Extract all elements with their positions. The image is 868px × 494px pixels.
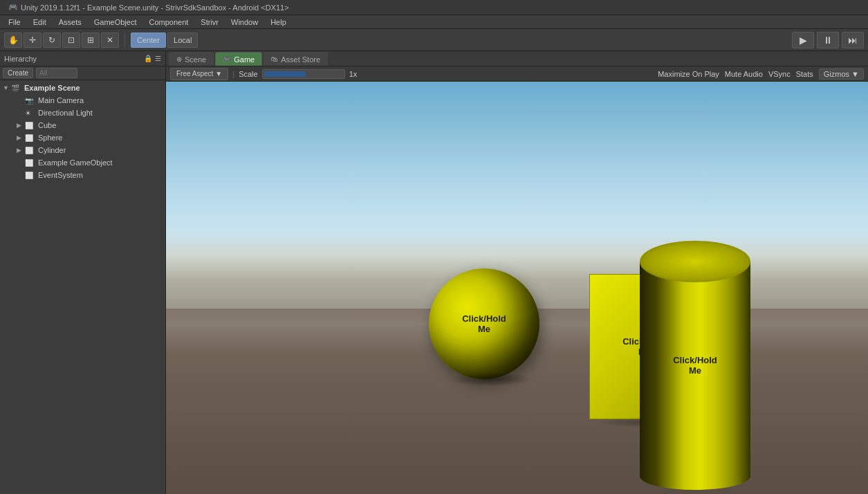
cylinder-label: Click/Hold Me xyxy=(667,355,723,376)
rotate-tool[interactable]: ↻ xyxy=(43,33,61,48)
cylinder-icon: ⬜ xyxy=(25,147,36,154)
aspect-button[interactable]: Free Aspect ▼ xyxy=(170,68,228,80)
hierarchy-item-eventsystem[interactable]: ⬜ EventSystem xyxy=(0,169,165,181)
hierarchy-content: ▼ 🎬 Example Scene 📷 Main Camera ☀ Direct… xyxy=(0,80,165,494)
create-button[interactable]: Create xyxy=(3,68,33,78)
cylinder-top xyxy=(640,241,750,282)
pivot-group: Center Local xyxy=(131,33,198,48)
camera-icon: 📷 xyxy=(25,97,36,104)
gizmos-button[interactable]: Gizmos ▼ xyxy=(819,68,864,80)
tab-bar: ⊕ Scene 🎮 Game 🛍 Asset Store xyxy=(166,51,868,66)
content-area: ⊕ Scene 🎮 Game 🛍 Asset Store Free Aspect… xyxy=(166,51,868,494)
sphere-label: Click/Hold Me xyxy=(456,313,512,334)
menu-strivr[interactable]: Strivr xyxy=(195,17,224,28)
scale-value: 1x xyxy=(349,70,358,78)
tab-scene[interactable]: ⊕ Scene xyxy=(169,52,214,66)
scene-arrow: ▼ xyxy=(3,84,11,91)
arrow-sphere: ▶ xyxy=(17,134,25,141)
move-tool[interactable]: ✛ xyxy=(24,33,41,48)
game-toolbar: Free Aspect ▼ | Scale 1x Maximize On Pla… xyxy=(166,66,868,82)
transform-tools: ✋ ✛ ↻ ⊡ ⊞ ✕ xyxy=(4,33,119,48)
menu-component[interactable]: Component xyxy=(143,17,194,28)
toolbar-sep-1: | xyxy=(232,70,234,78)
tab-asset-store[interactable]: 🛍 Asset Store xyxy=(264,52,328,66)
hierarchy-menu-icon[interactable]: ☰ xyxy=(155,55,161,62)
arrow-cube: ▶ xyxy=(17,122,25,129)
toolbar-separator-1 xyxy=(124,33,125,47)
menu-assets[interactable]: Assets xyxy=(53,17,87,28)
asset-store-tab-icon: 🛍 xyxy=(271,55,278,63)
item-directional-light-label: Directional Light xyxy=(38,109,93,117)
scene-tab-icon: ⊕ xyxy=(176,55,182,63)
menu-help[interactable]: Help xyxy=(265,17,292,28)
local-button[interactable]: Local xyxy=(167,33,198,48)
item-sphere-label: Sphere xyxy=(38,134,62,142)
main-layout: Hierarchy 🔒 ☰ Create ▼ 🎬 Example Scene 📷… xyxy=(0,51,868,494)
hierarchy-item-directional-light[interactable]: ☀ Directional Light xyxy=(0,107,165,119)
asset-store-tab-label: Asset Store xyxy=(281,55,320,64)
cylinder-object[interactable]: Click/Hold Me xyxy=(640,241,750,490)
es-icon: ⬜ xyxy=(25,172,36,179)
hierarchy-header: Hierarchy 🔒 ☰ xyxy=(0,51,165,66)
scene-tab-label: Scene xyxy=(185,55,206,64)
scale-label: Scale xyxy=(239,70,258,78)
rect-tool[interactable]: ⊞ xyxy=(82,33,100,48)
scale-slider[interactable] xyxy=(262,69,345,79)
game-viewport[interactable]: Click/Hold Me Click/Hold Me Click/Hold M… xyxy=(166,82,868,494)
hierarchy-toolbar: Create xyxy=(0,66,165,80)
item-cube-label: Cube xyxy=(38,121,56,129)
aspect-label: Free Aspect xyxy=(176,70,213,77)
scale-tool[interactable]: ⊡ xyxy=(62,33,80,48)
lock-icon[interactable]: 🔒 xyxy=(144,55,152,62)
sphere-object[interactable]: Click/Hold Me xyxy=(429,268,539,379)
light-icon: ☀ xyxy=(25,109,36,117)
hierarchy-item-cube[interactable]: ▶ ⬜ Cube xyxy=(0,119,165,131)
unity-icon: 🎮 xyxy=(8,3,18,12)
sidebar: Hierarchy 🔒 ☰ Create ▼ 🎬 Example Scene 📷… xyxy=(0,51,166,494)
hierarchy-search[interactable] xyxy=(36,68,77,78)
arrow-cylinder: ▶ xyxy=(17,147,25,154)
hierarchy-item-example-gameobject[interactable]: ⬜ Example GameObject xyxy=(0,156,165,169)
scene-icon: 🎬 xyxy=(11,84,22,92)
vsync[interactable]: VSync xyxy=(768,70,791,78)
toolbar: ✋ ✛ ↻ ⊡ ⊞ ✕ Center Local ▶ ⏸ ⏭ xyxy=(0,29,868,51)
menu-window[interactable]: Window xyxy=(225,17,264,28)
cube-icon: ⬜ xyxy=(25,122,36,129)
title-text: Unity 2019.1.12f1 - Example Scene.unity … xyxy=(21,3,289,12)
center-button[interactable]: Center xyxy=(131,33,166,48)
play-button[interactable]: ▶ xyxy=(792,32,814,48)
item-eventsystem-label: EventSystem xyxy=(38,171,83,179)
menu-bar: File Edit Assets GameObject Component St… xyxy=(0,15,868,29)
game-toolbar-right: Maximize On Play Mute Audio VSync Stats … xyxy=(658,68,864,80)
hierarchy-item-cylinder[interactable]: ▶ ⬜ Cylinder xyxy=(0,144,165,156)
hand-tool[interactable]: ✋ xyxy=(4,33,22,48)
tab-game[interactable]: 🎮 Game xyxy=(215,52,262,66)
menu-file[interactable]: File xyxy=(3,17,26,28)
go-icon: ⬜ xyxy=(25,159,36,167)
menu-edit[interactable]: Edit xyxy=(28,17,52,28)
game-tab-label: Game xyxy=(234,55,255,64)
sphere-shadow xyxy=(450,372,533,386)
menu-gameobject[interactable]: GameObject xyxy=(89,17,142,28)
sphere-icon: ⬜ xyxy=(25,134,36,142)
item-cylinder-label: Cylinder xyxy=(38,146,66,154)
scene-root[interactable]: ▼ 🎬 Example Scene xyxy=(0,82,165,94)
hierarchy-item-sphere[interactable]: ▶ ⬜ Sphere xyxy=(0,131,165,144)
scene-objects: Click/Hold Me Click/Hold Me Click/Hold M… xyxy=(166,82,868,494)
cylinder-body xyxy=(640,262,750,490)
stats[interactable]: Stats xyxy=(796,70,813,78)
hierarchy-title: Hierarchy xyxy=(4,55,37,63)
play-controls: ▶ ⏸ ⏭ xyxy=(792,32,864,48)
title-bar: 🎮 Unity 2019.1.12f1 - Example Scene.unit… xyxy=(0,0,868,15)
hierarchy-item-main-camera[interactable]: 📷 Main Camera xyxy=(0,94,165,107)
item-main-camera-label: Main Camera xyxy=(38,96,84,104)
aspect-arrow: ▼ xyxy=(215,70,222,77)
transform-tool[interactable]: ✕ xyxy=(101,33,119,48)
item-example-go-label: Example GameObject xyxy=(38,158,113,167)
maximize-on-play[interactable]: Maximize On Play xyxy=(658,70,719,78)
scene-name: Example Scene xyxy=(24,84,80,92)
game-tab-icon: 🎮 xyxy=(223,55,231,63)
step-button[interactable]: ⏭ xyxy=(842,32,864,48)
pause-button[interactable]: ⏸ xyxy=(817,32,839,48)
mute-audio[interactable]: Mute Audio xyxy=(725,70,763,78)
